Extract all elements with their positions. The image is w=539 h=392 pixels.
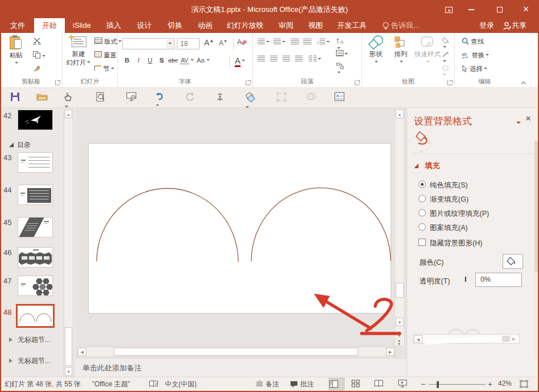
minimize-button[interactable] — [462, 0, 481, 18]
select-button[interactable]: 选择 — [462, 65, 487, 73]
editor-hscrollbar-thumb[interactable] — [114, 348, 358, 356]
slideshow-from-start-button[interactable] — [126, 92, 138, 103]
pattern-fill-radio[interactable] — [418, 223, 426, 231]
notes-placeholder[interactable]: 单击此处添加备注 — [82, 363, 142, 373]
cut-button[interactable] — [33, 37, 42, 46]
bold-button[interactable]: B — [122, 57, 132, 64]
editor-scroll-down-button[interactable]: ▼ — [396, 318, 404, 326]
zoom-out-button[interactable]: − — [421, 380, 425, 389]
fill-section-header[interactable]: 填充 — [414, 160, 440, 171]
tab-developer[interactable]: 开发工具 — [332, 18, 372, 33]
tab-file[interactable]: 文件 — [5, 18, 31, 33]
pattern-fill-label[interactable]: 图案填充(A) — [430, 223, 468, 233]
sidebar-scroll-down-button[interactable]: ▼ — [65, 367, 72, 376]
slide-thumbnail-42[interactable] — [18, 110, 53, 130]
notes-pane[interactable]: 单击此处添加备注 — [76, 358, 407, 377]
solid-fill-label[interactable]: 纯色填充(S) — [430, 181, 468, 190]
clear-formatting-button[interactable]: A — [237, 37, 247, 47]
paste-button[interactable]: 粘贴 — [6, 35, 26, 66]
transparency-slider-handle[interactable]: I — [465, 275, 467, 283]
sidebar-scrollbar[interactable]: ▲ ▼ — [64, 108, 73, 377]
strikethrough-button[interactable]: abc — [168, 57, 178, 64]
shape-fill-button[interactable] — [442, 36, 450, 51]
arrange-button[interactable]: 排列 — [389, 35, 412, 65]
tab-view[interactable]: 视图 — [302, 18, 329, 33]
align-distribute-button[interactable] — [216, 92, 227, 103]
slide-thumbnail-44[interactable] — [18, 185, 53, 205]
reset-button[interactable]: 重置 — [94, 51, 117, 60]
underline-button[interactable]: U — [145, 57, 155, 64]
paragraph-dialog-launcher[interactable] — [355, 80, 360, 85]
previous-slide-button[interactable]: ▲▲ — [395, 331, 403, 336]
redo-button[interactable] — [185, 92, 197, 103]
fit-to-window-button[interactable] — [520, 380, 528, 388]
notes-toggle-button[interactable]: 备注 — [266, 380, 279, 389]
align-right-button[interactable] — [283, 56, 290, 62]
group-objects-button[interactable] — [276, 92, 288, 103]
convert-smartart-button[interactable] — [336, 62, 344, 76]
collapse-ribbon-icon[interactable] — [521, 81, 526, 85]
drawing-dialog-launcher[interactable] — [447, 80, 453, 85]
numbering-button[interactable] — [273, 39, 285, 45]
next-slide-button[interactable]: ▼▼ — [395, 340, 403, 345]
pane-hscrollbar-thumb[interactable] — [502, 336, 510, 342]
align-text-button[interactable] — [336, 50, 348, 57]
tab-review[interactable]: 审阅 — [273, 18, 299, 33]
font-name-combobox[interactable] — [122, 38, 175, 49]
picture-fill-radio[interactable] — [418, 209, 426, 216]
zoom-slider-thumb[interactable] — [437, 381, 439, 388]
gradient-fill-radio[interactable] — [418, 195, 426, 202]
tab-transitions[interactable]: 切换 — [161, 18, 189, 33]
slide-thumbnail-48-selected[interactable] — [16, 304, 55, 328]
qat-shapes-button[interactable] — [244, 92, 263, 103]
slide-canvas[interactable] — [88, 143, 391, 314]
theme-name[interactable]: "Office 主题" — [92, 380, 130, 389]
align-left-button[interactable] — [258, 56, 265, 62]
line-spacing-button[interactable]: ↕ — [317, 39, 330, 45]
replace-button[interactable]: ab 替换 — [462, 51, 489, 60]
touch-mode-button[interactable] — [64, 92, 81, 103]
editor-scroll-left-button[interactable]: ◀ — [78, 348, 86, 356]
bullets-button[interactable] — [258, 39, 270, 45]
hide-background-label[interactable]: 隐藏背景图形(H) — [430, 239, 482, 248]
format-painter-button[interactable] — [33, 65, 42, 74]
color-picker-button[interactable] — [503, 254, 523, 269]
signin-button[interactable]: 登录 — [476, 18, 497, 33]
shape-effects-button[interactable] — [442, 65, 450, 78]
print-preview-button[interactable] — [96, 92, 107, 103]
find-button[interactable]: 查找 — [462, 37, 484, 46]
text-shadow-button[interactable]: S — [157, 57, 167, 64]
picture-fill-label[interactable]: 图片或纹理填充(P) — [430, 209, 489, 219]
editor-scroll-right-button[interactable]: ▶ — [386, 348, 395, 356]
tab-tellme[interactable]: 告诉我... — [391, 18, 428, 33]
decrease-indent-button[interactable] — [291, 39, 299, 45]
font-color-button[interactable]: A — [235, 56, 245, 65]
tab-animations[interactable]: 动画 — [192, 18, 218, 33]
editor-vertical-scrollbar[interactable]: ▲ ▼ — [395, 108, 405, 347]
justify-button[interactable] — [295, 56, 302, 62]
slide-thumbnail-43[interactable] — [18, 152, 53, 173]
zoom-level[interactable]: 42% — [498, 380, 512, 387]
tab-islide[interactable]: iSlide — [67, 18, 97, 33]
font-name-dropdown-icon[interactable] — [166, 39, 173, 48]
font-size-combobox[interactable]: 18 — [177, 38, 200, 49]
tab-slideshow[interactable]: 幻灯片放映 — [221, 18, 270, 33]
increase-font-button[interactable]: A▲ — [204, 38, 214, 47]
normal-view-button[interactable] — [329, 378, 345, 390]
new-slide-button[interactable]: 新建 幻灯片 — [66, 35, 91, 67]
pane-options-icon[interactable] — [515, 118, 521, 128]
tab-insert[interactable]: 插入 — [100, 18, 127, 33]
comments-toggle-button[interactable]: 批注 — [300, 380, 314, 389]
transparency-input[interactable]: 0% — [475, 273, 522, 287]
quick-styles-button[interactable]: 快速样式 — [414, 35, 441, 65]
pane-scroll-left-button[interactable]: ◀ — [414, 335, 422, 343]
tab-home[interactable]: 开始 — [34, 18, 65, 33]
hide-background-checkbox[interactable] — [418, 239, 426, 246]
spell-check-icon[interactable] — [149, 380, 158, 388]
reading-view-button[interactable] — [374, 380, 383, 387]
section-header-untitled-2[interactable]: 无标题节... — [9, 356, 51, 366]
increase-indent-button[interactable] — [303, 39, 312, 45]
shapes-button[interactable]: 形状 — [364, 35, 387, 65]
undo-button[interactable] — [155, 92, 172, 103]
slide-counter[interactable]: 幻灯片 第 48 张, 共 55 张 — [5, 380, 81, 389]
